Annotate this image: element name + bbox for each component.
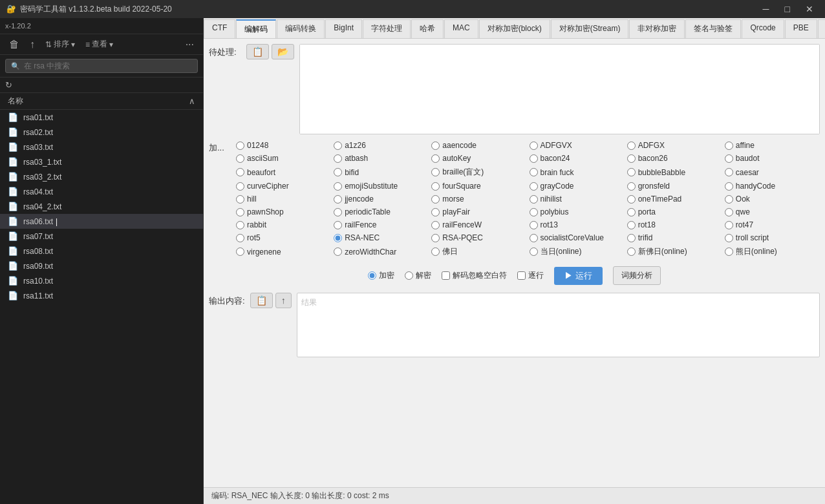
algo-radio-playFair[interactable] xyxy=(431,208,440,216)
decrypt-radio[interactable] xyxy=(405,271,413,280)
list-item[interactable]: 📄rsa03_2.txt xyxy=(0,169,203,184)
ignore-space-checkbox[interactable] xyxy=(442,271,450,280)
collapse-button[interactable]: ∧ xyxy=(189,96,195,106)
algo-radio-railFence[interactable] xyxy=(334,221,342,229)
algo-radio-polybius[interactable] xyxy=(530,208,538,216)
algo-radio-affine[interactable] xyxy=(725,142,733,150)
algo-radio-morse[interactable] xyxy=(431,195,440,204)
tab-对称加密(block)[interactable]: 对称加密(block) xyxy=(479,19,550,38)
list-item[interactable]: 📄rsa02.txt xyxy=(0,125,203,140)
freq-button[interactable]: 词频分析 xyxy=(613,266,661,285)
algo-radio-xinFoRi[interactable] xyxy=(627,247,636,256)
refresh-button[interactable]: ↻ xyxy=(5,80,12,90)
tab-哈希[interactable]: 哈希 xyxy=(411,19,444,38)
list-item[interactable]: 📄rsa03.txt xyxy=(0,140,203,154)
tab-编解码[interactable]: 编解码 xyxy=(236,19,276,38)
algo-radio-fourSquare[interactable] xyxy=(431,182,440,191)
algo-item-RSA-PQEC[interactable]: RSA-PQEC xyxy=(429,232,526,244)
tab-签名与验签[interactable]: 签名与验签 xyxy=(685,19,741,38)
algo-radio-zeroWidthChar[interactable] xyxy=(334,247,342,256)
ignore-space-option[interactable]: 解码忽略空白符 xyxy=(442,270,507,281)
algo-radio-pawnShop[interactable] xyxy=(236,208,244,216)
list-item[interactable]: 📄rsa08.txt xyxy=(0,244,203,258)
algo-item-caesar[interactable]: caesar xyxy=(722,165,820,179)
algo-item-nihilist[interactable]: nihilist xyxy=(527,193,625,205)
tab-BigInt[interactable]: BigInt xyxy=(325,19,362,38)
algo-radio-caesar[interactable] xyxy=(725,168,733,176)
algo-radio-bacon24[interactable] xyxy=(530,154,538,163)
list-item[interactable]: 📄rsa01.txt xyxy=(0,110,203,125)
algo-item-rot18[interactable]: rot18 xyxy=(625,219,722,231)
algo-item-beaufort[interactable]: beaufort xyxy=(233,165,331,179)
upload-button[interactable]: ↑ xyxy=(26,37,39,52)
algo-item-porta[interactable]: porta xyxy=(625,206,722,218)
input-textarea[interactable] xyxy=(300,45,819,134)
algo-item-periodicTable[interactable]: periodicTable xyxy=(331,206,429,218)
algo-radio-RSA-NEC[interactable] xyxy=(334,234,342,242)
algo-radio-bifid[interactable] xyxy=(334,168,342,176)
algo-item-grayCode[interactable]: grayCode xyxy=(527,180,625,192)
algo-item-socialistCoreValue[interactable]: socialistCoreValue xyxy=(527,232,625,244)
algo-item-rot5[interactable]: rot5 xyxy=(233,232,331,244)
algo-radio-grayCode[interactable] xyxy=(530,182,538,191)
algo-radio-autoKey[interactable] xyxy=(431,154,440,163)
algo-item-curveCipher[interactable]: curveCipher xyxy=(233,180,331,192)
algo-radio-a1z26[interactable] xyxy=(334,142,342,150)
tab-编码转换[interactable]: 编码转换 xyxy=(277,19,325,38)
tab-Qrcode[interactable]: Qrcode xyxy=(742,19,784,38)
list-item[interactable]: 📄rsa09.txt xyxy=(0,258,203,273)
step-option[interactable]: 逐行 xyxy=(517,270,544,281)
maximize-button[interactable]: □ xyxy=(780,3,795,16)
algo-item-zeroWidthChar[interactable]: zeroWidthChar xyxy=(331,245,429,258)
list-item[interactable]: 📄rsa11.txt xyxy=(0,288,203,303)
more-button[interactable]: ··· xyxy=(182,37,198,52)
algo-item-rot13[interactable]: rot13 xyxy=(527,219,625,231)
algo-radio-periodicTable[interactable] xyxy=(334,208,342,216)
algo-radio-asciiSum[interactable] xyxy=(236,154,244,163)
algo-radio-xiongRi[interactable] xyxy=(725,247,733,256)
paste-button[interactable]: 📋 xyxy=(246,44,269,59)
algo-radio-RSA-PQEC[interactable] xyxy=(431,234,440,242)
algo-item-affine[interactable]: affine xyxy=(722,140,820,151)
algo-radio-trifid[interactable] xyxy=(627,234,636,242)
list-item[interactable]: 📄rsa07.txt xyxy=(0,229,203,244)
algo-radio-baudot[interactable] xyxy=(725,154,733,163)
algo-radio-brainFuck[interactable] xyxy=(530,168,538,176)
algo-radio-gronsfeld[interactable] xyxy=(627,182,636,191)
algo-item-pawnShop[interactable]: pawnShop xyxy=(233,206,331,218)
algo-item-bacon24[interactable]: bacon24 xyxy=(527,152,625,164)
minimize-button[interactable]: ─ xyxy=(758,3,775,16)
tab-字符处理[interactable]: 字符处理 xyxy=(363,19,411,38)
algo-radio-rot18[interactable] xyxy=(627,221,636,229)
list-item[interactable]: 📄rsa06.txt| xyxy=(0,214,203,229)
tab-非对称加密[interactable]: 非对称加密 xyxy=(629,19,685,38)
algo-item-playFair[interactable]: playFair xyxy=(429,206,526,218)
algo-item-aaencode[interactable]: aaencode xyxy=(429,140,526,151)
algo-radio-bacon26[interactable] xyxy=(627,154,636,163)
algo-radio-atbash[interactable] xyxy=(334,154,342,163)
algo-item-xinFoRi[interactable]: 新佛日(online) xyxy=(625,245,722,258)
algo-item-qwe[interactable]: qwe xyxy=(722,206,820,218)
algo-item-atbash[interactable]: atbash xyxy=(331,152,429,164)
algo-item-gronsfeld[interactable]: gronsfeld xyxy=(625,180,722,192)
algo-radio-guRiOnline[interactable] xyxy=(530,247,538,256)
algo-item-RSA-NEC[interactable]: RSA-NEC xyxy=(331,232,429,244)
tab-Browser[interactable]: Browser xyxy=(818,19,825,38)
algo-item-guRiOnline[interactable]: 当日(online) xyxy=(527,245,625,258)
algo-item-morse[interactable]: morse xyxy=(429,193,526,205)
export-output-button[interactable]: ↑ xyxy=(275,293,292,308)
algo-item-railFenceW[interactable]: railFenceW xyxy=(429,219,526,231)
tab-PBE[interactable]: PBE xyxy=(785,19,817,38)
algo-radio-oneTimePad[interactable] xyxy=(627,195,636,204)
algo-item-asciiSum[interactable]: asciiSum xyxy=(233,152,331,164)
algo-item-xiongRi[interactable]: 熊日(online) xyxy=(722,245,820,258)
algo-item-hill[interactable]: hill xyxy=(233,193,331,205)
algo-radio-hill[interactable] xyxy=(236,195,244,204)
encrypt-radio[interactable] xyxy=(368,271,376,280)
step-checkbox[interactable] xyxy=(517,271,526,280)
algo-radio-railFenceW[interactable] xyxy=(431,221,440,229)
algo-radio-aaencode[interactable] xyxy=(431,142,440,150)
algo-item-foRi[interactable]: 佛日 xyxy=(429,245,526,258)
algo-radio-handyCode[interactable] xyxy=(725,182,733,191)
decrypt-option[interactable]: 解密 xyxy=(405,270,431,281)
